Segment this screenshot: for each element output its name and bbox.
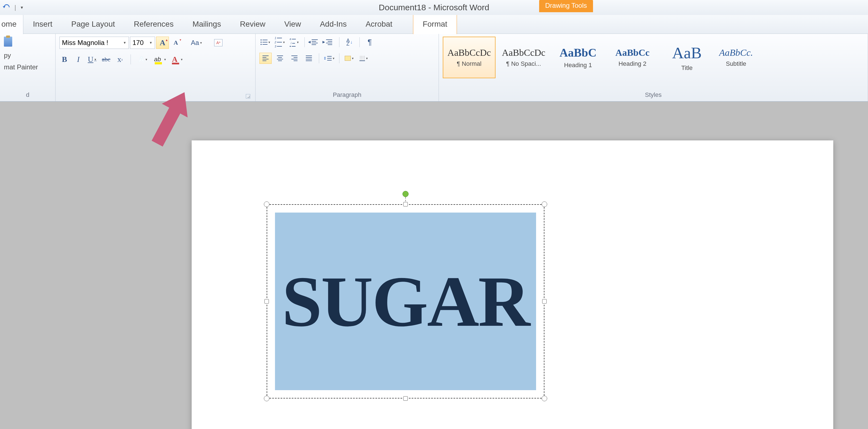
highlight-button[interactable]: ab ▼ bbox=[154, 55, 167, 64]
tab-mailings[interactable]: Mailings bbox=[183, 15, 230, 34]
resize-handle-r[interactable] bbox=[542, 299, 547, 304]
tab-references[interactable]: References bbox=[124, 15, 183, 34]
align-left-button[interactable] bbox=[259, 53, 272, 64]
bold-button[interactable]: B bbox=[59, 55, 69, 64]
underline-button[interactable]: U▼ bbox=[87, 55, 97, 64]
resize-handle-tl[interactable] bbox=[264, 201, 270, 207]
shading-button[interactable]: ▼ bbox=[343, 53, 355, 64]
text-box-content[interactable]: SUGAR bbox=[282, 260, 529, 343]
text-effects-button[interactable]: A▼ bbox=[136, 55, 150, 64]
strikethrough-button[interactable]: abc bbox=[101, 55, 111, 64]
line-spacing-button[interactable]: ⇕▼ bbox=[323, 53, 335, 64]
chevron-down-icon: ▼ bbox=[145, 58, 148, 61]
bullets-button[interactable]: ▼ bbox=[259, 37, 272, 48]
style-preview: AaBbCcDc bbox=[502, 47, 546, 58]
text-box-fill[interactable]: SUGAR bbox=[275, 212, 536, 390]
sort-button[interactable]: AZ↓ bbox=[343, 37, 355, 48]
chevron-down-icon: ▼ bbox=[200, 41, 203, 44]
style-title[interactable]: AaB Title bbox=[660, 37, 713, 78]
borders-icon bbox=[360, 56, 365, 61]
clear-formatting-button[interactable]: Aᵃ bbox=[212, 37, 224, 49]
document-page[interactable]: SUGAR bbox=[192, 140, 833, 429]
numbering-icon: 123 bbox=[275, 37, 282, 48]
font-dialog-launcher[interactable] bbox=[246, 94, 250, 99]
style-name: Heading 2 bbox=[619, 60, 646, 67]
tab-format[interactable]: Format bbox=[413, 15, 457, 34]
tab-insert[interactable]: Insert bbox=[23, 15, 62, 34]
decrease-indent-button[interactable]: ◀ bbox=[309, 37, 321, 48]
font-size-combo[interactable]: 170 ▼ bbox=[130, 37, 155, 49]
grow-font-button[interactable]: A▴ bbox=[156, 37, 169, 49]
highlight-color-swatch bbox=[155, 62, 162, 64]
styles-group-label: Styles bbox=[443, 90, 864, 100]
increase-indent-button[interactable]: ▶ bbox=[323, 37, 335, 48]
style-name: ¶ No Spaci... bbox=[506, 60, 541, 67]
font-name-combo[interactable]: Miss Magnolia ! ▼ bbox=[59, 37, 129, 49]
align-right-button[interactable] bbox=[288, 53, 301, 64]
grow-arrow-icon: ▴ bbox=[166, 38, 167, 42]
chevron-down-icon: ▼ bbox=[94, 58, 97, 61]
format-painter-button[interactable]: mat Painter bbox=[4, 63, 51, 71]
font-name-value: Miss Magnolia ! bbox=[62, 39, 108, 46]
paste-button[interactable] bbox=[4, 37, 51, 46]
tab-view[interactable]: View bbox=[275, 15, 310, 34]
style-heading-2[interactable]: AaBbCc Heading 2 bbox=[606, 37, 659, 78]
tab-home[interactable]: ome bbox=[0, 14, 23, 34]
resize-handle-t[interactable] bbox=[403, 202, 408, 206]
qat-customize-dropdown[interactable]: ▼ bbox=[20, 5, 24, 10]
align-center-icon bbox=[277, 56, 283, 61]
resize-handle-l[interactable] bbox=[265, 299, 269, 304]
decrease-indent-icon bbox=[312, 39, 318, 45]
justify-button[interactable] bbox=[303, 53, 315, 64]
resize-handle-bl[interactable] bbox=[264, 396, 270, 401]
shrink-font-button[interactable]: A▾ bbox=[170, 37, 182, 49]
style-preview: AaB bbox=[672, 43, 702, 62]
subscript-button[interactable]: x₂ bbox=[115, 55, 125, 64]
bullets-icon bbox=[260, 39, 268, 45]
borders-button[interactable]: ▼ bbox=[358, 53, 370, 64]
clipboard-group-label: d bbox=[4, 90, 51, 100]
font-color-button[interactable]: A ▼ bbox=[171, 55, 184, 64]
numbering-button[interactable]: 123▼ bbox=[274, 37, 286, 48]
style-preview: AaBbCc. bbox=[719, 47, 753, 58]
resize-handle-br[interactable] bbox=[541, 396, 547, 401]
multilevel-list-button[interactable]: ai▼ bbox=[288, 37, 301, 48]
chevron-down-icon: ▼ bbox=[297, 41, 299, 44]
italic-button[interactable]: I bbox=[73, 55, 83, 64]
chevron-down-icon: ▼ bbox=[180, 58, 183, 61]
chevron-down-icon: ▼ bbox=[351, 57, 354, 60]
change-case-button[interactable]: Aa▼ bbox=[189, 37, 205, 49]
style-subtitle[interactable]: AaBbCc. Subtitle bbox=[715, 37, 757, 78]
undo-button[interactable] bbox=[3, 3, 10, 12]
tab-addins[interactable]: Add-Ins bbox=[311, 15, 356, 34]
group-paragraph: ▼ 123▼ ai▼ ◀ ▶ AZ↓ ¶ ⇕▼ ▼ ▼ Paragraph bbox=[255, 34, 439, 101]
resize-handle-tr[interactable] bbox=[541, 201, 547, 207]
increase-indent-icon bbox=[326, 39, 332, 45]
chevron-down-icon: ▼ bbox=[282, 41, 285, 44]
tab-page-layout[interactable]: Page Layout bbox=[62, 15, 124, 34]
sort-icon: AZ bbox=[346, 39, 350, 45]
chevron-down-icon: ▼ bbox=[332, 57, 335, 60]
show-hide-button[interactable]: ¶ bbox=[364, 37, 376, 48]
style-preview: AaBbCc bbox=[616, 47, 650, 58]
tab-acrobat[interactable]: Acrobat bbox=[356, 15, 402, 34]
style-no-spacing[interactable]: AaBbCcDc ¶ No Spaci... bbox=[497, 37, 550, 78]
align-center-button[interactable] bbox=[274, 53, 286, 64]
copy-button[interactable]: py bbox=[4, 52, 51, 59]
text-box[interactable]: SUGAR bbox=[267, 204, 545, 398]
chevron-down-icon: ▼ bbox=[164, 58, 166, 61]
tab-review[interactable]: Review bbox=[230, 15, 275, 34]
styles-gallery: AaBbCcDc ¶ Normal AaBbCcDc ¶ No Spaci...… bbox=[443, 37, 864, 78]
rotate-handle[interactable] bbox=[402, 191, 409, 197]
text-effects-icon: A bbox=[138, 55, 145, 64]
style-heading-1[interactable]: AaBbC Heading 1 bbox=[552, 37, 604, 78]
style-preview: AaBbCcDc bbox=[447, 47, 491, 58]
style-normal[interactable]: AaBbCcDc ¶ Normal bbox=[443, 37, 496, 78]
document-canvas[interactable]: SUGAR bbox=[0, 102, 868, 429]
justify-icon bbox=[306, 56, 312, 61]
resize-handle-b[interactable] bbox=[403, 396, 408, 401]
chevron-down-icon: ▼ bbox=[123, 41, 126, 45]
group-font: Miss Magnolia ! ▼ 170 ▼ A▴ A▾ Aa▼ Aᵃ bbox=[56, 34, 255, 101]
ribbon-tabs: ome Insert Page Layout References Mailin… bbox=[0, 15, 868, 34]
font-color-swatch bbox=[172, 63, 179, 64]
